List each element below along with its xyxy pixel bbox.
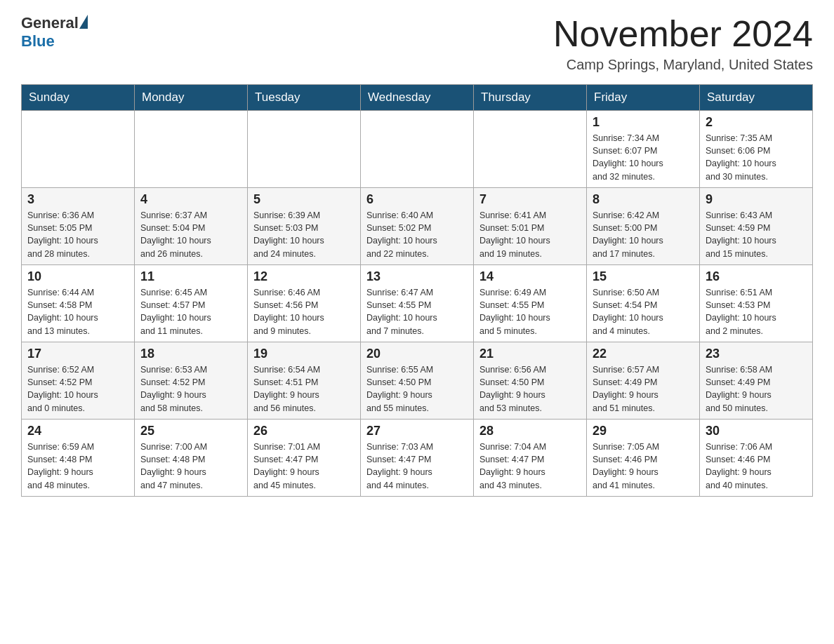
day-info: Sunrise: 7:34 AM Sunset: 6:07 PM Dayligh… bbox=[593, 132, 694, 183]
day-cell: 22Sunrise: 6:57 AM Sunset: 4:49 PM Dayli… bbox=[587, 342, 700, 420]
day-number: 2 bbox=[706, 115, 807, 130]
day-cell: 15Sunrise: 6:50 AM Sunset: 4:54 PM Dayli… bbox=[587, 265, 700, 342]
day-info: Sunrise: 6:43 AM Sunset: 4:59 PM Dayligh… bbox=[706, 209, 807, 260]
week-row-2: 3Sunrise: 6:36 AM Sunset: 5:05 PM Daylig… bbox=[22, 188, 813, 265]
day-info: Sunrise: 6:41 AM Sunset: 5:01 PM Dayligh… bbox=[479, 209, 581, 260]
day-number: 12 bbox=[253, 269, 355, 284]
day-info: Sunrise: 6:42 AM Sunset: 5:00 PM Dayligh… bbox=[593, 209, 694, 260]
day-info: Sunrise: 7:06 AM Sunset: 4:46 PM Dayligh… bbox=[706, 441, 807, 492]
day-cell: 14Sunrise: 6:49 AM Sunset: 4:55 PM Dayli… bbox=[474, 265, 587, 342]
day-number: 11 bbox=[140, 269, 241, 284]
day-info: Sunrise: 6:57 AM Sunset: 4:49 PM Dayligh… bbox=[593, 363, 694, 415]
day-info: Sunrise: 6:47 AM Sunset: 4:55 PM Dayligh… bbox=[366, 286, 468, 337]
day-number: 8 bbox=[593, 192, 694, 207]
day-info: Sunrise: 6:53 AM Sunset: 4:52 PM Dayligh… bbox=[140, 363, 241, 415]
day-cell: 30Sunrise: 7:06 AM Sunset: 4:46 PM Dayli… bbox=[700, 420, 813, 497]
day-number: 1 bbox=[593, 115, 694, 130]
day-cell: 19Sunrise: 6:54 AM Sunset: 4:51 PM Dayli… bbox=[248, 342, 361, 420]
day-cell: 1Sunrise: 7:34 AM Sunset: 6:07 PM Daylig… bbox=[587, 111, 700, 188]
logo-triangle-icon bbox=[79, 15, 88, 29]
day-info: Sunrise: 6:56 AM Sunset: 4:50 PM Dayligh… bbox=[479, 363, 581, 415]
day-number: 3 bbox=[27, 192, 128, 207]
day-number: 18 bbox=[140, 347, 241, 361]
day-number: 15 bbox=[593, 269, 694, 284]
day-cell: 29Sunrise: 7:05 AM Sunset: 4:46 PM Dayli… bbox=[587, 420, 700, 497]
day-number: 16 bbox=[706, 269, 807, 284]
day-number: 10 bbox=[27, 269, 128, 284]
day-cell: 11Sunrise: 6:45 AM Sunset: 4:57 PM Dayli… bbox=[135, 265, 248, 342]
day-cell: 24Sunrise: 6:59 AM Sunset: 4:48 PM Dayli… bbox=[22, 420, 135, 497]
day-cell: 9Sunrise: 6:43 AM Sunset: 4:59 PM Daylig… bbox=[700, 188, 813, 265]
day-info: Sunrise: 6:59 AM Sunset: 4:48 PM Dayligh… bbox=[27, 441, 128, 492]
weekday-header-thursday: Thursday bbox=[474, 85, 587, 111]
logo: General Blue bbox=[21, 14, 88, 51]
day-number: 26 bbox=[253, 424, 355, 438]
day-cell bbox=[361, 111, 474, 188]
day-cell: 17Sunrise: 6:52 AM Sunset: 4:52 PM Dayli… bbox=[22, 342, 135, 420]
day-number: 4 bbox=[140, 192, 241, 207]
day-info: Sunrise: 6:58 AM Sunset: 4:49 PM Dayligh… bbox=[706, 363, 807, 415]
logo-general-text: General bbox=[21, 14, 79, 32]
logo-blue-text: Blue bbox=[21, 32, 55, 50]
day-cell: 8Sunrise: 6:42 AM Sunset: 5:00 PM Daylig… bbox=[587, 188, 700, 265]
day-info: Sunrise: 6:36 AM Sunset: 5:05 PM Dayligh… bbox=[27, 209, 128, 260]
day-cell bbox=[474, 111, 587, 188]
day-number: 9 bbox=[706, 192, 807, 207]
month-title: November 2024 bbox=[553, 14, 813, 54]
day-cell: 6Sunrise: 6:40 AM Sunset: 5:02 PM Daylig… bbox=[361, 188, 474, 265]
weekday-header-monday: Monday bbox=[135, 85, 248, 111]
day-number: 19 bbox=[253, 347, 355, 361]
weekday-header-friday: Friday bbox=[587, 85, 700, 111]
day-info: Sunrise: 7:04 AM Sunset: 4:47 PM Dayligh… bbox=[479, 441, 581, 492]
location-title: Camp Springs, Maryland, United States bbox=[553, 57, 813, 73]
day-info: Sunrise: 6:37 AM Sunset: 5:04 PM Dayligh… bbox=[140, 209, 241, 260]
weekday-header-row: SundayMondayTuesdayWednesdayThursdayFrid… bbox=[22, 85, 813, 111]
day-info: Sunrise: 6:46 AM Sunset: 4:56 PM Dayligh… bbox=[253, 286, 355, 337]
weekday-header-saturday: Saturday bbox=[700, 85, 813, 111]
day-info: Sunrise: 6:45 AM Sunset: 4:57 PM Dayligh… bbox=[140, 286, 241, 337]
day-cell: 2Sunrise: 7:35 AM Sunset: 6:06 PM Daylig… bbox=[700, 111, 813, 188]
day-number: 13 bbox=[366, 269, 468, 284]
day-number: 17 bbox=[27, 347, 128, 361]
day-number: 20 bbox=[366, 347, 468, 361]
week-row-4: 17Sunrise: 6:52 AM Sunset: 4:52 PM Dayli… bbox=[22, 342, 813, 420]
weekday-header-wednesday: Wednesday bbox=[361, 85, 474, 111]
day-number: 28 bbox=[479, 424, 581, 438]
day-number: 7 bbox=[479, 192, 581, 207]
day-info: Sunrise: 6:55 AM Sunset: 4:50 PM Dayligh… bbox=[366, 363, 468, 415]
day-cell: 26Sunrise: 7:01 AM Sunset: 4:47 PM Dayli… bbox=[248, 420, 361, 497]
day-info: Sunrise: 6:52 AM Sunset: 4:52 PM Dayligh… bbox=[27, 363, 128, 415]
weekday-header-tuesday: Tuesday bbox=[248, 85, 361, 111]
page-header: General Blue November 2024 Camp Springs,… bbox=[21, 14, 813, 73]
day-info: Sunrise: 6:51 AM Sunset: 4:53 PM Dayligh… bbox=[706, 286, 807, 337]
day-cell: 12Sunrise: 6:46 AM Sunset: 4:56 PM Dayli… bbox=[248, 265, 361, 342]
day-info: Sunrise: 6:39 AM Sunset: 5:03 PM Dayligh… bbox=[253, 209, 355, 260]
day-number: 21 bbox=[479, 347, 581, 361]
day-cell: 7Sunrise: 6:41 AM Sunset: 5:01 PM Daylig… bbox=[474, 188, 587, 265]
day-cell: 27Sunrise: 7:03 AM Sunset: 4:47 PM Dayli… bbox=[361, 420, 474, 497]
day-cell: 13Sunrise: 6:47 AM Sunset: 4:55 PM Dayli… bbox=[361, 265, 474, 342]
day-number: 14 bbox=[479, 269, 581, 284]
day-number: 24 bbox=[27, 424, 128, 438]
day-cell: 23Sunrise: 6:58 AM Sunset: 4:49 PM Dayli… bbox=[700, 342, 813, 420]
week-row-5: 24Sunrise: 6:59 AM Sunset: 4:48 PM Dayli… bbox=[22, 420, 813, 497]
day-info: Sunrise: 7:03 AM Sunset: 4:47 PM Dayligh… bbox=[366, 441, 468, 492]
day-cell: 28Sunrise: 7:04 AM Sunset: 4:47 PM Dayli… bbox=[474, 420, 587, 497]
day-number: 23 bbox=[706, 347, 807, 361]
day-info: Sunrise: 6:44 AM Sunset: 4:58 PM Dayligh… bbox=[27, 286, 128, 337]
title-area: November 2024 Camp Springs, Maryland, Un… bbox=[553, 14, 813, 73]
day-number: 5 bbox=[253, 192, 355, 207]
day-cell bbox=[135, 111, 248, 188]
day-cell: 25Sunrise: 7:00 AM Sunset: 4:48 PM Dayli… bbox=[135, 420, 248, 497]
day-info: Sunrise: 7:01 AM Sunset: 4:47 PM Dayligh… bbox=[253, 441, 355, 492]
calendar-table: SundayMondayTuesdayWednesdayThursdayFrid… bbox=[21, 84, 813, 497]
day-number: 29 bbox=[593, 424, 694, 438]
day-cell bbox=[248, 111, 361, 188]
day-cell bbox=[22, 111, 135, 188]
day-info: Sunrise: 7:35 AM Sunset: 6:06 PM Dayligh… bbox=[706, 132, 807, 183]
day-cell: 10Sunrise: 6:44 AM Sunset: 4:58 PM Dayli… bbox=[22, 265, 135, 342]
weekday-header-sunday: Sunday bbox=[22, 85, 135, 111]
day-info: Sunrise: 6:54 AM Sunset: 4:51 PM Dayligh… bbox=[253, 363, 355, 415]
day-number: 27 bbox=[366, 424, 468, 438]
day-number: 30 bbox=[706, 424, 807, 438]
